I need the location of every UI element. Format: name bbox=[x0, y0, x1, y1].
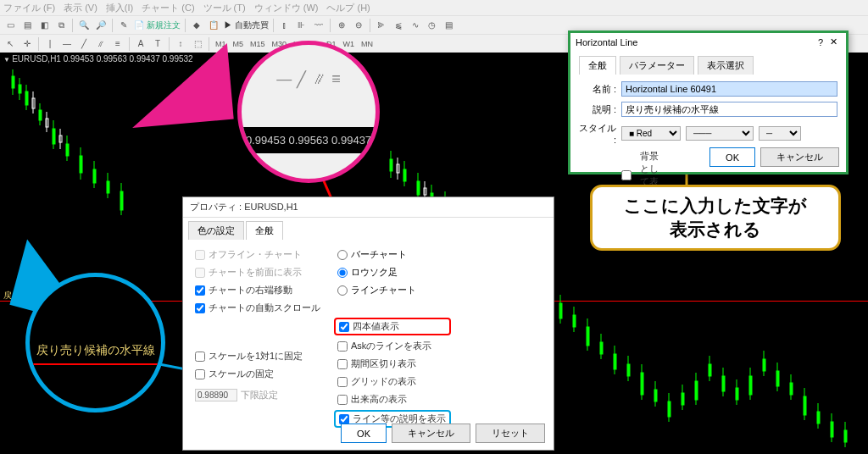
vline-icon[interactable]: | bbox=[42, 36, 58, 52]
hl-tab-parameters[interactable]: パラメーター bbox=[620, 56, 694, 75]
lower-limit-field: 下限設定 bbox=[195, 389, 320, 401]
zoom-in-icon[interactable]: 🔍 bbox=[76, 18, 92, 33]
new-order-button[interactable]: 新規注文 bbox=[147, 20, 181, 30]
auto-trade-button[interactable]: 自動売買 bbox=[235, 20, 269, 30]
bar-chart-icon[interactable]: ⫿ bbox=[277, 18, 292, 33]
tb-icon[interactable]: ◧ bbox=[36, 18, 52, 33]
chk-fix11[interactable]: スケールを1対1に固定 bbox=[195, 350, 320, 363]
hl-cancel-button[interactable]: キャンセル bbox=[760, 147, 839, 167]
hl-style-label: スタイル : bbox=[579, 122, 616, 145]
chk-volume[interactable]: 出来高の表示 bbox=[337, 393, 448, 406]
line-chart-icon[interactable]: 〰 bbox=[311, 18, 326, 33]
line-label-zoom: 戻り売り候補の水平線 bbox=[36, 343, 155, 358]
radio-line[interactable]: ラインチャート bbox=[337, 284, 448, 296]
chk-period[interactable]: 期間区切り表示 bbox=[337, 357, 448, 370]
hl-tab-display[interactable]: 表示選択 bbox=[698, 56, 754, 75]
menu-chart[interactable]: チャート (C) bbox=[142, 2, 194, 14]
dialog-title: プロパティ : EURUSD,H1 bbox=[183, 197, 554, 218]
ohlc-magnifier: —╱⫽≡ 0.99453 0.99563 0.99437 bbox=[237, 41, 380, 183]
zoom-in-icon[interactable]: ⊕ bbox=[334, 18, 349, 33]
reset-button[interactable]: リセット bbox=[476, 424, 545, 443]
indicator-icon[interactable]: ∿ bbox=[408, 18, 423, 33]
close-icon[interactable]: ✕ bbox=[826, 36, 841, 47]
period-icon[interactable]: ◷ bbox=[425, 18, 440, 33]
chk-grid[interactable]: グリッドの表示 bbox=[337, 375, 448, 388]
tf-m5[interactable]: M5 bbox=[230, 40, 248, 48]
autoscroll-icon[interactable]: ⫹ bbox=[391, 18, 406, 33]
chk-autoscroll[interactable]: チャートの自動スクロール bbox=[195, 302, 320, 314]
crosshair-icon[interactable]: ✛ bbox=[19, 36, 35, 52]
candle-chart-icon[interactable]: ⊪ bbox=[294, 18, 309, 33]
tb-icon[interactable]: ▭ bbox=[3, 18, 18, 33]
hline-icon[interactable]: — bbox=[59, 36, 75, 52]
tb-icon[interactable]: ▤ bbox=[19, 18, 35, 33]
line-label-magnifier: 戻り売り候補の水平線 bbox=[25, 273, 165, 412]
menu-window[interactable]: ウィンドウ (W) bbox=[254, 2, 319, 14]
radio-bar[interactable]: バーチャート bbox=[337, 248, 448, 261]
menu-insert[interactable]: 挿入(I) bbox=[106, 2, 133, 14]
hl-linestyle-select[interactable]: ─── bbox=[686, 126, 754, 141]
hl-width-select[interactable]: ─ bbox=[759, 126, 801, 141]
tab-general[interactable]: 全般 bbox=[246, 221, 283, 240]
hline-dialog-title: Horizontal Line bbox=[576, 37, 637, 47]
fib-icon[interactable]: ≡ bbox=[110, 36, 125, 52]
zoom-out-icon[interactable]: ⊖ bbox=[351, 18, 366, 33]
ok-button[interactable]: OK bbox=[341, 424, 387, 443]
template-icon[interactable]: ▤ bbox=[442, 18, 457, 33]
pink-callout-pointer bbox=[125, 43, 233, 128]
tb-icon[interactable]: ◆ bbox=[189, 18, 204, 33]
channel-icon[interactable]: ⫽ bbox=[93, 36, 108, 52]
tf-m15[interactable]: M15 bbox=[247, 40, 269, 48]
hl-desc-input[interactable] bbox=[621, 102, 837, 117]
chk-offline: オフライン・チャート bbox=[195, 248, 320, 261]
hl-tab-general[interactable]: 全般 bbox=[579, 56, 616, 75]
chart-properties-dialog: プロパティ : EURUSD,H1 色の設定 全般 オフライン・チャート チャー… bbox=[182, 197, 554, 451]
chk-ask[interactable]: Askのラインを表示 bbox=[337, 340, 448, 352]
chk-shift[interactable]: チャートの右端移動 bbox=[195, 284, 320, 296]
tb-icon[interactable]: 📋 bbox=[206, 18, 221, 33]
tab-colors[interactable]: 色の設定 bbox=[188, 221, 244, 240]
cursor-icon[interactable]: ↖ bbox=[3, 36, 18, 52]
menu-tool[interactable]: ツール (T) bbox=[203, 2, 246, 14]
help-icon[interactable]: ? bbox=[815, 37, 826, 47]
radio-candle[interactable]: ロウソク足 bbox=[337, 266, 448, 279]
shift-icon[interactable]: ⫸ bbox=[374, 18, 389, 33]
tb-icon[interactable]: ✎ bbox=[116, 18, 131, 33]
horizontal-line-dialog: Horizontal Line ? ✕ 全般 パラメーター 表示選択 名前 : … bbox=[568, 30, 849, 174]
annotation-callout: ここに入力した文字が 表示される bbox=[590, 185, 841, 251]
menu-bar: ファイル (F) 表示 (V) 挿入(I) チャート (C) ツール (T) ウ… bbox=[0, 0, 868, 15]
hl-ok-button[interactable]: OK bbox=[709, 147, 755, 167]
trendline-icon[interactable]: ╱ bbox=[76, 36, 92, 52]
menu-view[interactable]: 表示 (V) bbox=[64, 2, 97, 14]
menu-help[interactable]: ヘルプ (H) bbox=[326, 2, 370, 14]
tb-icon[interactable]: ⧉ bbox=[53, 18, 69, 33]
chk-front: チャートを前面に表示 bbox=[195, 266, 320, 279]
chk-ohlc[interactable]: 四本値表示 bbox=[339, 320, 446, 333]
hl-desc-label: 説明 : bbox=[579, 103, 616, 116]
hl-name-label: 名前 : bbox=[579, 83, 616, 96]
text-icon[interactable]: A bbox=[133, 36, 148, 52]
chk-fixscale[interactable]: スケールの固定 bbox=[195, 368, 320, 380]
tf-w1[interactable]: W1 bbox=[340, 40, 359, 48]
cancel-button[interactable]: キャンセル bbox=[392, 424, 470, 443]
zoom-out-icon[interactable]: 🔎 bbox=[93, 18, 108, 33]
ohlc-values-zoom: 0.99453 0.99563 0.99437 bbox=[242, 127, 376, 153]
hl-name-input[interactable] bbox=[621, 81, 837, 97]
menu-file[interactable]: ファイル (F) bbox=[3, 2, 55, 14]
hl-color-select[interactable]: ■ Red bbox=[621, 126, 681, 141]
tf-mn[interactable]: MN bbox=[358, 40, 376, 48]
